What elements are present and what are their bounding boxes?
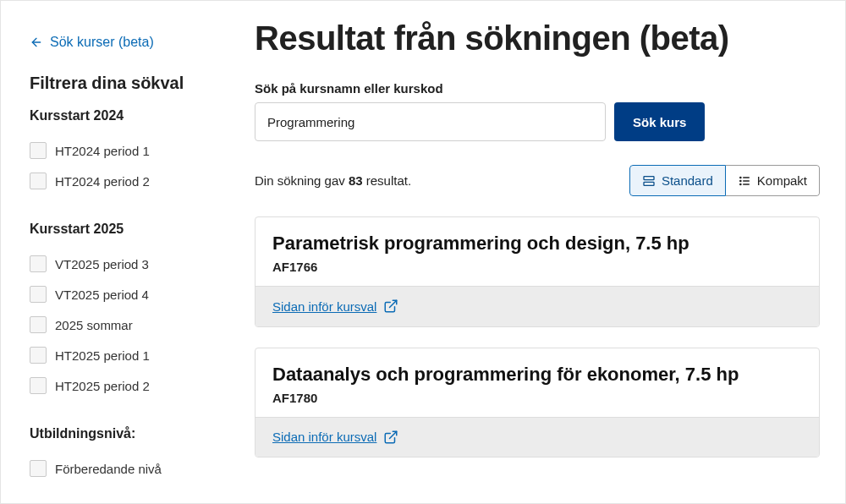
card-footer: Sidan inför kursval xyxy=(255,417,819,457)
filter-option-label: VT2025 period 4 xyxy=(55,288,149,302)
filter-option-label: 2025 sommar xyxy=(55,318,133,332)
card-body: Parametrisk programmering och design, 7.… xyxy=(255,217,819,286)
checkbox-icon xyxy=(30,347,47,364)
checkbox-icon xyxy=(30,173,47,189)
filter-group-title: Utbildningsnivå: xyxy=(30,426,212,441)
course-code: AF1780 xyxy=(272,391,802,405)
arrow-left-icon xyxy=(30,36,43,49)
result-prefix: Din sökning gav xyxy=(255,173,349,188)
view-compact-label: Kompakt xyxy=(757,173,807,188)
svg-rect-2 xyxy=(644,182,654,185)
layout-rows-icon xyxy=(642,174,656,188)
filter-option-label: HT2025 period 2 xyxy=(55,379,150,393)
back-link-label: Sök kurser (beta) xyxy=(50,35,154,50)
checkbox-icon xyxy=(30,142,47,159)
course-title: Dataanalys och programmering för ekonome… xyxy=(272,364,802,386)
filter-option-label: HT2025 period 1 xyxy=(55,348,150,363)
checkbox-icon xyxy=(30,286,47,303)
list-icon xyxy=(738,174,751,188)
filter-option[interactable]: HT2024 period 2 xyxy=(30,166,212,196)
svg-line-10 xyxy=(390,431,397,438)
filter-title: Filtrera dina sökval xyxy=(30,74,212,93)
result-card: Parametrisk programmering och design, 7.… xyxy=(255,216,820,327)
external-link-icon xyxy=(383,299,398,314)
filter-group-title: Kursstart 2025 xyxy=(30,222,212,237)
view-compact-button[interactable]: Kompakt xyxy=(726,165,820,196)
course-page-link-label: Sidan inför kursval xyxy=(272,430,376,444)
svg-rect-1 xyxy=(644,176,654,179)
result-card: Dataanalys och programmering för ekonome… xyxy=(255,348,820,458)
search-input[interactable] xyxy=(255,102,606,141)
filter-option[interactable]: HT2024 period 1 xyxy=(30,135,212,166)
back-link[interactable]: Sök kurser (beta) xyxy=(30,35,154,50)
svg-point-3 xyxy=(739,177,740,178)
result-header: Din sökning gav 83 resultat. Standard Ko… xyxy=(255,165,820,196)
filter-group-2024: Kursstart 2024 HT2024 period 1 HT2024 pe… xyxy=(30,108,212,196)
filter-option-label: HT2024 period 1 xyxy=(55,144,150,158)
result-suffix: resultat. xyxy=(363,173,412,188)
filter-option[interactable]: VT2025 period 3 xyxy=(30,249,212,279)
search-label: Sök på kursnamn eller kurskod xyxy=(255,81,820,96)
filter-sidebar: Sök kurser (beta) Filtrera dina sökval K… xyxy=(1,1,229,503)
course-page-link[interactable]: Sidan inför kursval xyxy=(272,430,398,445)
filter-option-label: VT2025 period 3 xyxy=(55,257,149,271)
result-number: 83 xyxy=(349,173,363,188)
course-title: Parametrisk programmering och design, 7.… xyxy=(272,233,802,255)
external-link-icon xyxy=(383,430,398,445)
course-code: AF1766 xyxy=(272,260,802,274)
view-standard-button[interactable]: Standard xyxy=(629,165,726,196)
checkbox-icon xyxy=(30,377,47,394)
search-button[interactable]: Sök kurs xyxy=(614,102,705,141)
filter-option[interactable]: 2025 sommar xyxy=(30,310,212,340)
card-footer: Sidan inför kursval xyxy=(255,286,819,326)
view-standard-label: Standard xyxy=(662,173,713,188)
main-content: Resultat från sökningen (beta) Sök på ku… xyxy=(229,1,845,503)
page-title: Resultat från sökningen (beta) xyxy=(255,19,820,58)
filter-option[interactable]: HT2025 period 2 xyxy=(30,370,212,401)
svg-point-7 xyxy=(739,184,740,184)
svg-point-5 xyxy=(739,180,740,181)
checkbox-icon xyxy=(30,255,47,272)
filter-group-2025: Kursstart 2025 VT2025 period 3 VT2025 pe… xyxy=(30,222,212,401)
checkbox-icon xyxy=(30,460,47,477)
filter-option-label: Förberedande nivå xyxy=(55,462,162,476)
filter-option-label: HT2024 period 2 xyxy=(55,174,150,189)
svg-line-9 xyxy=(390,300,397,307)
search-row: Sök kurs xyxy=(255,102,820,141)
view-toggle: Standard Kompakt xyxy=(629,165,820,196)
filter-group-title: Kursstart 2024 xyxy=(30,108,212,123)
filter-option[interactable]: VT2025 period 4 xyxy=(30,279,212,310)
course-page-link[interactable]: Sidan inför kursval xyxy=(272,299,398,314)
course-page-link-label: Sidan inför kursval xyxy=(272,299,376,314)
checkbox-icon xyxy=(30,316,47,333)
card-body: Dataanalys och programmering för ekonome… xyxy=(255,348,819,417)
filter-option[interactable]: Förberedande nivå xyxy=(30,453,212,484)
result-count: Din sökning gav 83 resultat. xyxy=(255,173,411,188)
filter-option[interactable]: HT2025 period 1 xyxy=(30,340,212,370)
filter-group-level: Utbildningsnivå: Förberedande nivå xyxy=(30,426,212,484)
